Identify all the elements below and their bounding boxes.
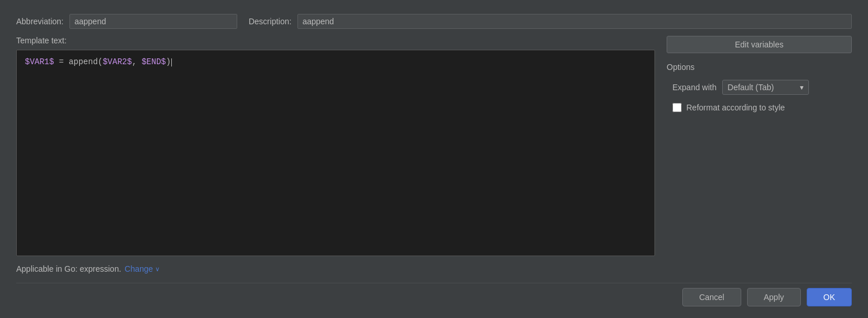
- dialog-container: Abbreviation: Description: Template text…: [0, 0, 868, 318]
- code-fn: append(: [69, 57, 103, 66]
- applicable-text: Applicable in Go: expression.: [16, 264, 121, 273]
- cancel-button[interactable]: Cancel: [682, 288, 741, 306]
- description-input[interactable]: [297, 14, 852, 29]
- reformat-label[interactable]: Reformat according to style: [686, 103, 785, 112]
- template-code-display[interactable]: $VAR1$ = append($VAR2$, $END$): [16, 50, 655, 256]
- description-label: Description:: [249, 17, 292, 26]
- edit-variables-button[interactable]: Edit variables: [667, 36, 852, 53]
- main-content-area: Template text: $VAR1$ = append($VAR2$, $…: [16, 36, 852, 273]
- abbreviation-input[interactable]: [69, 14, 237, 29]
- options-panel: Edit variables Options Expand with Defau…: [667, 36, 852, 273]
- applicable-row: Applicable in Go: expression. Change ∨: [16, 264, 655, 273]
- template-text-label: Template text:: [16, 36, 655, 45]
- options-section: Options Expand with Default (Tab) Tab En…: [667, 62, 852, 112]
- code-close: ): [166, 57, 171, 66]
- abbreviation-group: Abbreviation:: [16, 14, 237, 29]
- change-link[interactable]: Change ∨: [124, 264, 160, 273]
- ok-button[interactable]: OK: [807, 288, 852, 306]
- reformat-checkbox[interactable]: [672, 103, 682, 112]
- expand-with-label: Expand with: [672, 83, 716, 92]
- expand-with-row: Expand with Default (Tab) Tab Enter Spac…: [667, 80, 852, 95]
- bottom-bar: Cancel Apply OK: [16, 283, 852, 306]
- fields-row: Abbreviation: Description:: [16, 14, 852, 29]
- text-cursor: [171, 58, 172, 66]
- code-eq: =: [54, 57, 68, 66]
- apply-button[interactable]: Apply: [747, 288, 801, 306]
- expand-with-select[interactable]: Default (Tab) Tab Enter Space: [722, 80, 809, 95]
- change-label: Change: [124, 264, 153, 273]
- code-var1: $VAR1$: [25, 57, 54, 66]
- code-var2: $VAR2$: [102, 57, 131, 66]
- change-chevron-icon: ∨: [155, 265, 160, 273]
- expand-with-select-wrapper: Default (Tab) Tab Enter Space ▼: [722, 80, 809, 95]
- options-title: Options: [667, 62, 852, 72]
- template-editor-wrap: Template text: $VAR1$ = append($VAR2$, $…: [16, 36, 655, 273]
- reformat-row: Reformat according to style: [667, 103, 852, 112]
- code-end: $END$: [142, 57, 166, 66]
- code-comma: ,: [132, 57, 142, 66]
- description-group: Description:: [249, 14, 852, 29]
- abbreviation-label: Abbreviation:: [16, 17, 64, 26]
